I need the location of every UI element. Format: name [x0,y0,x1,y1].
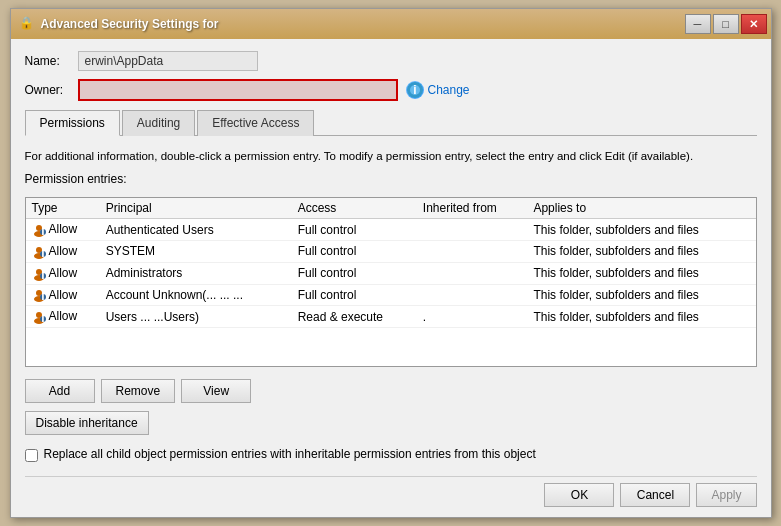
disable-inheritance-button[interactable]: Disable inheritance [25,411,149,435]
name-value: erwin\AppData [78,51,258,71]
close-button[interactable]: ✕ [741,14,767,34]
permission-table-body: iAllowAuthenticated UsersFull controlThi… [26,219,756,328]
restore-button[interactable]: □ [713,14,739,34]
tab-auditing[interactable]: Auditing [122,110,195,136]
permission-table: Type Principal Access Inherited from App… [26,198,756,328]
title-bar-buttons: ─ □ ✕ [685,14,767,34]
window-title: Advanced Security Settings for [41,17,219,31]
info-text: For additional information, double-click… [25,148,757,164]
cell-access: Full control [292,262,417,284]
owner-field [78,79,398,101]
owner-row: Owner: i Change [25,79,757,101]
apply-button[interactable]: Apply [696,483,756,507]
table-row[interactable]: iAllowAccount Unknown(... ... ...Full co… [26,284,756,306]
change-icon: i [406,81,424,99]
col-type: Type [26,198,100,219]
owner-label: Owner: [25,83,70,97]
cell-access: Full control [292,284,417,306]
cell-principal: SYSTEM [100,240,292,262]
add-button[interactable]: Add [25,379,95,403]
table-row[interactable]: iAllowAuthenticated UsersFull controlThi… [26,219,756,241]
table-header-row: Type Principal Access Inherited from App… [26,198,756,219]
tabs-row: Permissions Auditing Effective Access [25,109,757,136]
cell-inherited [417,219,528,241]
view-button[interactable]: View [181,379,251,403]
ok-button[interactable]: OK [544,483,614,507]
tab-effective-access[interactable]: Effective Access [197,110,314,136]
advanced-security-window: 🔒 Advanced Security Settings for ─ □ ✕ N… [10,8,772,518]
cell-inherited [417,262,528,284]
cell-inherited [417,284,528,306]
title-bar: 🔒 Advanced Security Settings for ─ □ ✕ [11,9,771,39]
cell-inherited: . [417,306,528,328]
user-icon: i [32,309,49,323]
window-icon: 🔒 [19,16,35,32]
col-principal: Principal [100,198,292,219]
svg-text:i: i [41,311,44,325]
change-link[interactable]: i Change [406,81,470,99]
tab-permissions[interactable]: Permissions [25,110,120,136]
bottom-buttons-row: Add Remove View [25,379,757,403]
cell-applies: This folder, subfolders and files [527,219,755,241]
cancel-button[interactable]: Cancel [620,483,690,507]
ok-cancel-row: OK Cancel Apply [25,476,757,507]
table-row[interactable]: iAllowUsers ... ...Users)Read & execute.… [26,306,756,328]
replace-permissions-checkbox[interactable] [25,449,38,462]
cell-type: iAllow [26,306,100,328]
svg-text:i: i [41,267,44,281]
svg-text:i: i [41,289,44,303]
cell-principal: Authenticated Users [100,219,292,241]
svg-text:i: i [41,245,44,259]
disable-inheritance-row: Disable inheritance [25,411,757,435]
cell-applies: This folder, subfolders and files [527,284,755,306]
user-icon: i [32,244,49,258]
checkbox-row: Replace all child object permission entr… [25,447,757,462]
cell-type: iAllow [26,240,100,262]
remove-button[interactable]: Remove [101,379,176,403]
col-inherited: Inherited from [417,198,528,219]
cell-type: iAllow [26,219,100,241]
col-applies: Applies to [527,198,755,219]
cell-principal: Account Unknown(... ... ... [100,284,292,306]
content-area: Name: erwin\AppData Owner: i Change [11,39,771,517]
name-label: Name: [25,54,70,68]
cell-type: iAllow [26,284,100,306]
permission-table-container: Type Principal Access Inherited from App… [25,197,757,367]
user-icon: i [32,266,49,280]
change-label: Change [428,83,470,97]
table-row[interactable]: iAllowSYSTEMFull controlThis folder, sub… [26,240,756,262]
minimize-button[interactable]: ─ [685,14,711,34]
user-icon: i [32,222,49,236]
cell-inherited [417,240,528,262]
col-access: Access [292,198,417,219]
svg-text:i: i [413,83,416,97]
checkbox-label: Replace all child object permission entr… [44,447,536,461]
cell-type: iAllow [26,262,100,284]
cell-applies: This folder, subfolders and files [527,306,755,328]
table-row[interactable]: iAllowAdministratorsFull controlThis fol… [26,262,756,284]
cell-applies: This folder, subfolders and files [527,240,755,262]
title-bar-left: 🔒 Advanced Security Settings for [19,16,685,32]
cell-principal: Administrators [100,262,292,284]
cell-access: Full control [292,240,417,262]
cell-applies: This folder, subfolders and files [527,262,755,284]
cell-access: Read & execute [292,306,417,328]
svg-text:i: i [41,223,44,237]
name-row: Name: erwin\AppData [25,51,757,71]
perm-entries-label: Permission entries: [25,172,757,186]
user-icon: i [32,288,49,302]
cell-access: Full control [292,219,417,241]
cell-principal: Users ... ...Users) [100,306,292,328]
